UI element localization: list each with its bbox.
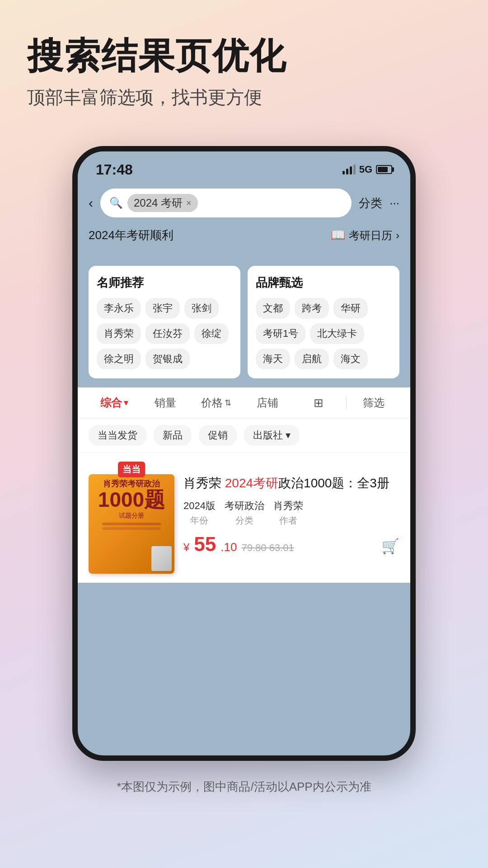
- product-price-row: ¥ 55 .10 79.80 63.01 🛒: [183, 533, 399, 556]
- tag-wendu[interactable]: 文都: [256, 298, 290, 319]
- filter-box-brands-title: 品牌甄选: [256, 275, 391, 291]
- sort-item-comprehensive[interactable]: 综合 ▾: [89, 396, 140, 410]
- search-tag-close[interactable]: ×: [186, 198, 192, 208]
- tag-haitian[interactable]: 海天: [256, 349, 290, 369]
- banner-area: 2024年考研顺利 📖 考研日历 ›: [78, 223, 410, 250]
- back-button[interactable]: ‹: [89, 195, 93, 211]
- search-bar[interactable]: 🔍 2024 考研 ×: [100, 189, 352, 217]
- tag-xuzhiming[interactable]: 徐之明: [97, 349, 141, 369]
- sort-comprehensive-label: 综合: [100, 396, 122, 410]
- sort-bar: 综合 ▾ 销量 价格 ⇅ 店铺 ⊞ 筛选: [78, 387, 410, 419]
- signal-icon: [343, 165, 356, 175]
- tag-haiwen[interactable]: 海文: [333, 349, 368, 369]
- filter-box-brands: 品牌甄选 文都 跨考 华研 考研1号 北大绿卡 海天 启航 海文: [248, 266, 399, 378]
- search-icon: 🔍: [109, 197, 123, 209]
- scroll-indicator: [230, 256, 258, 259]
- book-cover[interactable]: 肖秀荣考研政治 1000题 试题分册: [89, 474, 174, 574]
- tag-zhangyu[interactable]: 张宇: [145, 298, 180, 319]
- book-cover-small-image: [151, 546, 172, 571]
- filter-box-teachers-title: 名师推荐: [97, 275, 232, 291]
- dangdang-badge: 当当: [118, 462, 145, 477]
- tag-kaoyanhao[interactable]: 考研1号: [256, 323, 305, 344]
- tag-zhangjian[interactable]: 张剑: [184, 298, 219, 319]
- product-info: 肖秀荣 2024考研政治1000题：全3册 2024版 年份 考研政治 分类 肖…: [183, 462, 399, 574]
- chevron-right-icon: ›: [396, 229, 399, 242]
- filter-row: 当当发货 新品 促销 出版社 ▾: [78, 419, 410, 453]
- meta-year-label: 年份: [183, 514, 216, 527]
- meta-author: 肖秀荣 作者: [273, 499, 303, 527]
- meta-category-value: 考研政治: [225, 499, 264, 513]
- sort-item-filter[interactable]: 筛选: [348, 396, 399, 410]
- meta-author-label: 作者: [273, 514, 303, 527]
- product-meta: 2024版 年份 考研政治 分类 肖秀荣 作者: [183, 499, 399, 527]
- sort-item-shop[interactable]: 店铺: [242, 396, 293, 410]
- meta-category: 考研政治 分类: [225, 499, 264, 527]
- tag-qihang[interactable]: 启航: [295, 349, 329, 369]
- more-button[interactable]: ···: [389, 196, 399, 210]
- tag-heyincheng[interactable]: 贺银成: [145, 349, 190, 369]
- page-header: 搜索结果页优化 顶部丰富筛选项，找书更方便: [0, 0, 488, 128]
- product-title-highlight: 2024考研: [225, 476, 278, 490]
- sort-filter-label: 筛选: [363, 396, 385, 410]
- search-tag-text: 2024 考研: [134, 196, 183, 210]
- sort-sales-label: 销量: [155, 396, 176, 410]
- meta-category-label: 分类: [225, 514, 264, 527]
- sub-title: 顶部丰富筛选项，找书更方便: [27, 85, 461, 110]
- tag-xiaoxiurong[interactable]: 肖秀荣: [97, 323, 141, 344]
- battery-icon: [376, 165, 392, 174]
- sort-item-grid[interactable]: ⊞: [293, 396, 344, 410]
- price-original: 79.80 63.01: [241, 542, 294, 554]
- meta-year-value: 2024版: [183, 499, 216, 513]
- meta-author-value: 肖秀荣: [273, 499, 303, 513]
- price-main: 55: [194, 533, 216, 556]
- sort-price-icon: ⇅: [225, 398, 231, 408]
- sort-item-sales[interactable]: 销量: [140, 396, 191, 410]
- main-title: 搜索结果页优化: [27, 36, 461, 76]
- phone-wrapper: 17:48 5G ‹ 🔍 2024 考研: [0, 146, 488, 761]
- footer-note: *本图仅为示例，图中商品/活动以APP内公示为准: [0, 770, 488, 804]
- sort-shop-label: 店铺: [257, 396, 278, 410]
- phone-mockup: 17:48 5G ‹ 🔍 2024 考研: [72, 146, 416, 761]
- tag-xuzhuan[interactable]: 徐绽: [194, 323, 229, 344]
- status-icons: 5G: [343, 164, 392, 175]
- product-title-suffix: 政治1000题：全3册: [278, 476, 389, 490]
- sort-divider: [346, 396, 347, 409]
- book-icon: 📖: [331, 228, 345, 242]
- brand-tags: 文都 跨考 华研 考研1号 北大绿卡 海天 启航 海文: [256, 298, 391, 369]
- pill-promo[interactable]: 促销: [199, 425, 237, 446]
- product-title: 肖秀荣 2024考研政治1000题：全3册: [183, 474, 399, 492]
- search-tag[interactable]: 2024 考研 ×: [127, 194, 198, 212]
- product-item: 当当 肖秀荣考研政治 1000题 试题分册 肖秀荣 2024考研政治1000题：…: [78, 453, 410, 583]
- cart-button[interactable]: 🛒: [381, 538, 399, 555]
- book-cover-num: 1000题: [98, 489, 165, 510]
- tag-renfufen[interactable]: 任汝芬: [145, 323, 190, 344]
- price-symbol: ¥: [183, 541, 189, 554]
- status-time: 17:48: [96, 161, 133, 178]
- sort-item-price[interactable]: 价格 ⇅: [191, 396, 242, 410]
- filter-box-teachers: 名师推荐 李永乐 张宇 张剑 肖秀荣 任汝芬 徐绽 徐之明 贺银成: [89, 266, 240, 378]
- product-image-wrap: 当当 肖秀荣考研政治 1000题 试题分册: [89, 462, 174, 574]
- product-title-prefix: 肖秀荣: [183, 476, 225, 490]
- pill-publisher[interactable]: 出版社 ▾: [244, 425, 300, 446]
- tag-liyongle[interactable]: 李永乐: [97, 298, 141, 319]
- pill-new[interactable]: 新品: [154, 425, 192, 446]
- pill-dangdang[interactable]: 当当发货: [89, 425, 146, 446]
- sort-price-label: 价格: [201, 396, 223, 410]
- tag-beida[interactable]: 北大绿卡: [310, 323, 364, 344]
- tag-kuakao[interactable]: 跨考: [295, 298, 329, 319]
- banner-right-text: 考研日历: [349, 228, 392, 243]
- publisher-arrow-icon: ▾: [286, 429, 291, 441]
- network-label: 5G: [359, 164, 372, 175]
- tag-huayan[interactable]: 华研: [333, 298, 368, 319]
- book-cover-sub: 试题分册: [119, 512, 144, 520]
- price-decimal: .10: [221, 540, 237, 554]
- search-area: ‹ 🔍 2024 考研 × 分类 ···: [78, 183, 410, 223]
- status-bar: 17:48 5G: [78, 151, 410, 183]
- banner-right[interactable]: 📖 考研日历 ›: [331, 228, 399, 243]
- meta-year: 2024版 年份: [183, 499, 216, 527]
- teacher-tags: 李永乐 张宇 张剑 肖秀荣 任汝芬 徐绽 徐之明 贺银成: [97, 298, 232, 369]
- filter-boxes: 名师推荐 李永乐 张宇 张剑 肖秀荣 任汝芬 徐绽 徐之明 贺银成 品牌甄选 文…: [78, 266, 410, 387]
- grid-icon: ⊞: [314, 396, 324, 410]
- sort-comprehensive-icon: ▾: [124, 398, 128, 408]
- classify-button[interactable]: 分类: [359, 195, 382, 211]
